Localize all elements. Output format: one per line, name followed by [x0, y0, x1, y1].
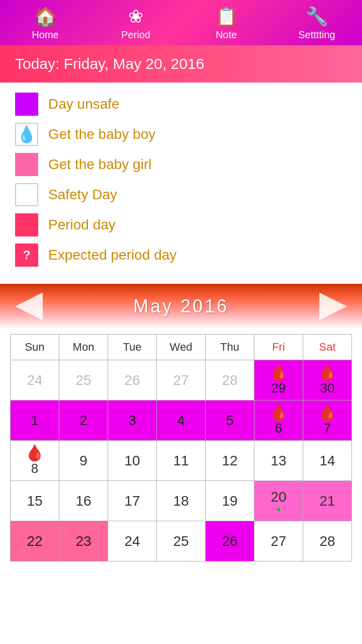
calendar-day-2-2[interactable]: 10: [108, 441, 157, 481]
day-num: 23: [75, 533, 91, 549]
legend-item-1: 💧 Get the baby boy: [15, 123, 347, 146]
calendar-day-1-3[interactable]: 4: [157, 400, 206, 441]
legend-swatch-1: 💧: [15, 123, 38, 146]
calendar-day-2-3[interactable]: 11: [157, 441, 206, 481]
calendar-day-3-4[interactable]: 19: [206, 481, 254, 521]
col-sun: Sun: [11, 335, 59, 360]
calendar-day-3-6[interactable]: 21: [303, 481, 352, 521]
calendar-day-0-0[interactable]: 24: [11, 360, 59, 400]
calendar-day-0-1[interactable]: 25: [59, 360, 108, 400]
calendar-day-3-1[interactable]: 16: [59, 481, 108, 521]
legend-swatch-5: ?: [15, 244, 38, 267]
calendar-day-2-1[interactable]: 9: [59, 441, 108, 481]
nav-item-note[interactable]: 📋 Note: [196, 6, 256, 41]
calendar-day-4-0[interactable]: 22: [11, 521, 59, 561]
nav-item-setttting[interactable]: 🔧 Setttting: [287, 6, 347, 41]
calendar-day-0-5[interactable]: 🩸29: [254, 360, 303, 400]
calendar-day-3-3[interactable]: 18: [157, 481, 206, 521]
day-num: 14: [319, 453, 335, 469]
day-num: 5: [226, 413, 234, 429]
blood-drop: 🩸: [268, 405, 289, 421]
nav-label-period: Period: [121, 29, 150, 41]
nav-icon-period: ❀: [128, 6, 143, 27]
calendar-week-2: 🩸891011121314: [11, 441, 352, 481]
col-wed: Wed: [157, 335, 206, 360]
calendar-day-3-2[interactable]: 17: [108, 481, 157, 521]
nav-item-period[interactable]: ❀ Period: [106, 6, 166, 41]
day-num: 12: [222, 453, 237, 469]
calendar-day-1-4[interactable]: 5: [206, 400, 254, 441]
day-num: 6: [275, 421, 282, 436]
day-num: 20: [270, 489, 286, 505]
day-num: 30: [320, 380, 335, 396]
legend-item-0: Day unsafe: [15, 93, 347, 116]
calendar-day-0-3[interactable]: 27: [157, 360, 206, 400]
calendar-day-4-4[interactable]: 26: [206, 521, 254, 561]
calendar-day-2-4[interactable]: 12: [206, 441, 254, 481]
day-num: 27: [173, 372, 189, 388]
blood-drop: 🩸: [317, 364, 337, 380]
day-num: 18: [173, 493, 189, 509]
calendar-day-1-1[interactable]: 2: [59, 400, 108, 441]
calendar-day-0-6[interactable]: 🩸30: [303, 360, 352, 400]
calendar-day-4-2[interactable]: 24: [108, 521, 157, 561]
calendar-container: Sun Mon Tue Wed Thu Fri Sat 2425262728🩸2…: [0, 329, 362, 572]
legend-label-2: Get the baby girl: [48, 156, 151, 173]
day-num: 29: [272, 380, 286, 396]
calendar-day-1-2[interactable]: 3: [108, 400, 157, 441]
calendar-day-1-6[interactable]: 🩸7: [303, 400, 352, 441]
day-num: 15: [27, 493, 42, 509]
calendar-day-0-2[interactable]: 26: [108, 360, 157, 400]
legend-label-4: Period day: [48, 217, 116, 233]
calendar-day-2-6[interactable]: 14: [303, 441, 352, 481]
day-num: 9: [79, 453, 87, 469]
prev-month-button[interactable]: [15, 293, 43, 320]
day-num: 26: [124, 372, 140, 388]
day-num: 19: [222, 493, 237, 509]
calendar-day-4-5[interactable]: 27: [254, 521, 303, 561]
calendar-week-0: 2425262728🩸29🩸30: [11, 360, 352, 400]
day-num: 25: [173, 533, 189, 549]
col-mon: Mon: [59, 335, 108, 360]
calendar-day-4-3[interactable]: 25: [157, 521, 206, 561]
today-text: Today: Friday, May 20, 2016: [15, 55, 204, 72]
day-num: 16: [75, 493, 91, 509]
day-num: 1: [31, 413, 39, 429]
blood-drop: 🩸: [268, 364, 289, 380]
nav-icon-note: 📋: [215, 6, 238, 27]
calendar-day-1-0[interactable]: 1: [11, 400, 59, 441]
day-num: 28: [319, 533, 335, 549]
col-sat: Sat: [303, 335, 352, 360]
day-num: 24: [124, 533, 140, 549]
calendar-day-4-1[interactable]: 23: [59, 521, 108, 561]
day-num: 28: [222, 372, 237, 388]
calendar-day-3-5[interactable]: 20●: [254, 481, 303, 521]
col-fri: Fri: [254, 335, 303, 360]
calendar-day-2-5[interactable]: 13: [254, 441, 303, 481]
day-num: 27: [270, 533, 286, 549]
nav-icon-home: 🏠: [34, 6, 57, 27]
nav-label-setttting: Setttting: [298, 29, 335, 41]
day-num: 21: [319, 493, 335, 509]
legend-label-0: Day unsafe: [48, 96, 120, 112]
day-num: 25: [75, 372, 91, 388]
blood-drop: 🩸: [25, 445, 45, 461]
legend-swatch-3: [15, 183, 38, 206]
day-num: 2: [79, 413, 87, 429]
day-num: 22: [27, 533, 42, 549]
day-num: 4: [177, 413, 185, 429]
legend-label-1: Get the baby boy: [48, 126, 155, 142]
legend-label-3: Safety Day: [48, 187, 117, 203]
calendar-day-0-4[interactable]: 28: [206, 360, 254, 400]
calendar-week-4: 22232425262728: [11, 521, 352, 561]
calendar-day-2-0[interactable]: 🩸8: [11, 441, 59, 481]
nav-item-home[interactable]: 🏠 Home: [15, 6, 75, 41]
calendar-day-4-6[interactable]: 28: [303, 521, 352, 561]
legend-swatch-4: [15, 213, 38, 236]
legend: Day unsafe 💧 Get the baby boy Get the ba…: [0, 83, 362, 284]
calendar-day-1-5[interactable]: 🩸6: [254, 400, 303, 441]
next-month-button[interactable]: [319, 293, 347, 320]
calendar-day-3-0[interactable]: 15: [11, 481, 59, 521]
legend-item-5: ? Expected period day: [15, 244, 347, 267]
calendar-week-3: 151617181920●21: [11, 481, 352, 521]
